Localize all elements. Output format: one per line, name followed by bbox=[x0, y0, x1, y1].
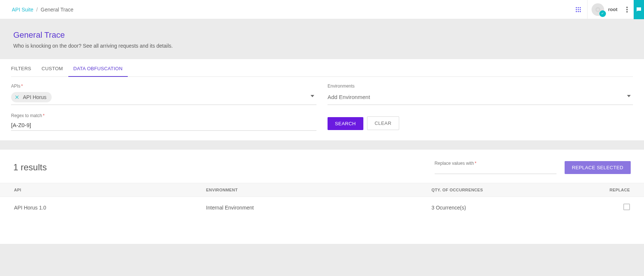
svg-point-5 bbox=[580, 9, 581, 10]
username-label: root bbox=[608, 7, 617, 12]
avatar[interactable] bbox=[588, 0, 608, 19]
svg-point-11 bbox=[626, 11, 628, 13]
table-row: API Horus 1.0 Internal Environment 3 Ocu… bbox=[0, 197, 644, 218]
breadcrumb-root-link[interactable]: API Suite bbox=[12, 7, 33, 13]
replace-selected-button[interactable]: REPLACE SELECTED bbox=[565, 161, 631, 174]
tabs: FILTERS CUSTOM DATA OBFUSCATION bbox=[11, 59, 633, 77]
chip-remove-icon[interactable] bbox=[14, 94, 20, 100]
search-button[interactable]: SEARCH bbox=[328, 117, 363, 130]
svg-point-0 bbox=[576, 7, 577, 8]
more-menu-icon[interactable] bbox=[620, 0, 634, 19]
results-card: 1 results Replace values with* REPLACE S… bbox=[0, 150, 644, 244]
topbar-right: root bbox=[570, 0, 644, 19]
col-environment: ENVIRONMENT bbox=[206, 183, 431, 197]
breadcrumb-separator: / bbox=[36, 7, 38, 13]
page-subtitle: Who is knocking on the door? See all arr… bbox=[13, 43, 631, 49]
svg-point-6 bbox=[576, 11, 577, 12]
verified-badge-icon bbox=[599, 10, 606, 17]
page-header: General Trace Who is knocking on the doo… bbox=[0, 19, 644, 59]
svg-point-7 bbox=[578, 11, 579, 12]
svg-point-2 bbox=[580, 7, 581, 8]
results-heading: 1 results bbox=[13, 162, 47, 173]
filter-card: FILTERS CUSTOM DATA OBFUSCATION APIs* AP… bbox=[0, 59, 644, 141]
page-title: General Trace bbox=[13, 30, 631, 40]
clear-button[interactable]: CLEAR bbox=[367, 116, 399, 130]
apis-input[interactable]: API Horus bbox=[11, 91, 316, 105]
col-api: API bbox=[0, 183, 206, 197]
tab-custom[interactable]: CUSTOM bbox=[42, 59, 63, 76]
svg-point-4 bbox=[578, 9, 579, 10]
breadcrumb-current: General Trace bbox=[41, 7, 73, 13]
col-replace: REPLACE bbox=[580, 183, 644, 197]
chip-label: API Horus bbox=[23, 94, 47, 100]
results-table: API ENVIRONMENT QTY. OF OCCURRENCES REPL… bbox=[0, 183, 644, 218]
environments-label: Environments bbox=[328, 84, 633, 89]
dropdown-caret-icon[interactable] bbox=[627, 93, 631, 98]
tab-filters[interactable]: FILTERS bbox=[11, 59, 31, 76]
apps-grid-icon[interactable] bbox=[570, 0, 588, 19]
top-bar: API Suite / General Trace root bbox=[0, 0, 644, 19]
svg-point-3 bbox=[576, 9, 577, 10]
cell-environment: Internal Environment bbox=[206, 197, 431, 218]
environments-input[interactable]: Add Environment bbox=[328, 91, 633, 105]
svg-point-10 bbox=[626, 9, 628, 10]
regex-label: Regex to match* bbox=[11, 113, 316, 118]
col-qty: QTY. OF OCCURRENCES bbox=[431, 183, 579, 197]
environments-field: Environments Add Environment bbox=[328, 84, 633, 105]
api-chip: API Horus bbox=[11, 92, 52, 102]
breadcrumb: API Suite / General Trace bbox=[12, 7, 73, 13]
dropdown-caret-icon[interactable] bbox=[311, 93, 315, 98]
cell-api: API Horus 1.0 bbox=[0, 197, 206, 218]
replace-values-input[interactable] bbox=[435, 168, 556, 174]
replace-values-label: Replace values with bbox=[435, 161, 474, 166]
regex-field: Regex to match* bbox=[11, 113, 316, 131]
cell-qty: 3 Ocurrence(s) bbox=[431, 197, 579, 218]
row-replace-checkbox[interactable] bbox=[623, 204, 630, 210]
chat-icon[interactable] bbox=[634, 0, 644, 19]
environments-placeholder: Add Environment bbox=[328, 94, 370, 100]
svg-point-8 bbox=[580, 11, 581, 12]
search-buttons: SEARCH CLEAR bbox=[328, 116, 633, 131]
apis-label: APIs* bbox=[11, 84, 316, 89]
regex-input[interactable] bbox=[11, 120, 316, 131]
svg-point-9 bbox=[626, 7, 628, 8]
svg-point-1 bbox=[578, 7, 579, 8]
replace-values-field: Replace values with* bbox=[435, 161, 556, 174]
tab-data-obfuscation[interactable]: DATA OBFUSCATION bbox=[73, 59, 123, 76]
apis-field: APIs* API Horus bbox=[11, 84, 316, 105]
